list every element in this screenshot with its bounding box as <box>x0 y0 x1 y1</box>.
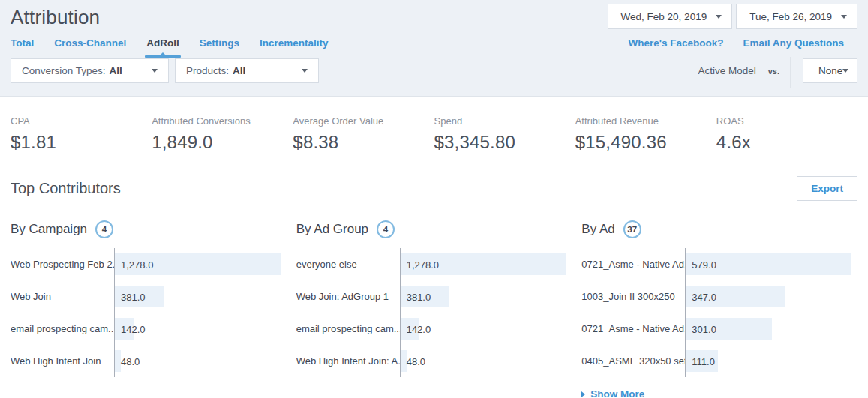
compare-model-value: None <box>818 65 842 76</box>
metric-roas: ROAS4.6x <box>716 115 857 153</box>
contributor-row[interactable]: email prospecting cam...142.0 <box>11 313 287 345</box>
tab-bar: TotalCross-ChannelAdRollSettingsIncremen… <box>11 37 329 58</box>
end-date-picker[interactable]: Tue, Feb 26, 2019 <box>736 4 857 29</box>
row-label: Web Prospecting Feb 2... <box>11 248 114 280</box>
header-link-1[interactable]: Email Any Questions <box>743 37 844 49</box>
tab-cross-channel[interactable]: Cross-Channel <box>54 37 126 58</box>
metric-label: Average Order Value <box>293 115 434 127</box>
column-by-campaign: By Campaign4Web Prospecting Feb 2...1,27… <box>11 211 287 398</box>
metric-value: $8.38 <box>293 132 434 153</box>
start-date-picker[interactable]: Wed, Feb 20, 2019 <box>608 4 733 29</box>
chevron-down-icon <box>302 69 308 73</box>
metric-value: $15,490.36 <box>575 132 716 153</box>
bar-area: 301.0 <box>685 313 851 345</box>
metric-value: 4.6x <box>716 132 857 153</box>
bar-value: 381.0 <box>407 291 431 302</box>
bar-value: 142.0 <box>407 323 431 334</box>
row-label: email prospecting cam... <box>296 313 400 345</box>
contributor-row[interactable]: Web Prospecting Feb 2...1,278.0 <box>11 248 287 280</box>
contributor-row[interactable]: Web Join: AdGroup 1381.0 <box>296 280 572 313</box>
row-label: email prospecting cam... <box>11 313 114 345</box>
triangle-right-icon <box>581 391 585 397</box>
bar-value: 579.0 <box>692 259 716 270</box>
bar-value: 48.0 <box>407 355 425 367</box>
tab-total[interactable]: Total <box>11 37 34 58</box>
metric-label: CPA <box>11 115 152 127</box>
contributor-row[interactable]: Web High Intent Join48.0 <box>11 345 287 377</box>
bar-area: 1,278.0 <box>114 248 281 280</box>
bar-area: 48.0 <box>400 345 566 377</box>
products-label: Products: <box>186 65 229 76</box>
contributor-row[interactable]: everyone else1,278.0 <box>296 248 572 280</box>
row-label: Web High Intent Join <box>11 345 114 377</box>
bar-area: 48.0 <box>114 345 281 377</box>
row-label: Web High Intent Join: A... <box>296 345 400 377</box>
metric-average-order-value: Average Order Value$8.38 <box>293 115 434 153</box>
metric-value: $3,345.80 <box>434 132 575 153</box>
bar-area: 142.0 <box>400 313 566 345</box>
metric-attributed-conversions: Attributed Conversions1,849.0 <box>152 115 293 153</box>
active-model-label: Active Model <box>698 65 755 76</box>
column-title: By Ad Group <box>296 222 368 237</box>
conversion-types-label: Conversion Types: <box>22 65 106 76</box>
contributor-row[interactable]: email prospecting cam...142.0 <box>296 313 572 345</box>
conversion-types-dropdown[interactable]: Conversion Types: All <box>11 58 169 83</box>
contributor-columns: By Campaign4Web Prospecting Feb 2...1,27… <box>11 211 857 398</box>
metric-label: Spend <box>434 115 575 127</box>
metric-spend: Spend$3,345.80 <box>434 115 575 153</box>
contributor-row[interactable]: Web High Intent Join: A...48.0 <box>296 345 572 377</box>
model-compare: Active Model vs. None <box>698 58 857 83</box>
tab-incrementality[interactable]: Incrementality <box>260 37 329 58</box>
bar-area: 111.0 <box>685 345 851 377</box>
contributor-row[interactable]: Web Join381.0 <box>11 280 287 313</box>
metric-label: Attributed Revenue <box>575 115 716 127</box>
header-link-0[interactable]: Where's Facebook? <box>628 37 723 49</box>
column-title: By Campaign <box>11 222 87 237</box>
page-title: Attribution <box>11 4 100 29</box>
tab-adroll[interactable]: AdRoll <box>146 37 179 58</box>
vertical-divider <box>790 57 791 88</box>
row-label: everyone else <box>296 248 400 280</box>
metric-label: ROAS <box>716 115 857 127</box>
bar-value: 1,278.0 <box>121 259 153 270</box>
products-value: All <box>233 65 245 76</box>
count-badge: 4 <box>95 220 113 238</box>
bar-value: 1,278.0 <box>407 259 439 270</box>
conversion-types-value: All <box>110 65 122 76</box>
bar-value: 48.0 <box>121 355 140 367</box>
show-more-link[interactable]: Show More <box>581 388 644 398</box>
row-label: Web Join: AdGroup 1 <box>296 280 400 313</box>
end-date-value: Tue, Feb 26, 2019 <box>749 11 832 22</box>
bar-value: 381.0 <box>121 291 146 302</box>
bar-area: 347.0 <box>685 280 851 313</box>
summary-metrics: CPA$1.81Attributed Conversions1,849.0Ave… <box>0 97 868 153</box>
bar-value: 142.0 <box>121 323 146 334</box>
contributor-row[interactable]: 0405_ASME 320x50 set...111.0 <box>581 345 857 377</box>
export-button[interactable]: Export <box>797 176 857 201</box>
metric-value: 1,849.0 <box>152 132 293 153</box>
tab-settings[interactable]: Settings <box>200 37 239 58</box>
metric-value: $1.81 <box>11 132 152 153</box>
row-label: 0405_ASME 320x50 set... <box>581 345 685 377</box>
bar-value: 347.0 <box>692 291 716 302</box>
filter-bar: Conversion Types: All Products: All Acti… <box>0 58 868 97</box>
contributor-row[interactable]: 1003_Join II 300x250347.0 <box>581 280 857 313</box>
contributor-row[interactable]: 0721_Asme - Native Ad...579.0 <box>581 248 857 280</box>
bar-area: 579.0 <box>685 248 851 280</box>
page-header: Attribution Wed, Feb 20, 2019 Tue, Feb 2… <box>0 0 868 58</box>
compare-model-dropdown[interactable]: None <box>803 58 857 83</box>
contributor-row[interactable]: 0721_Asme - Native Ad...301.0 <box>581 313 857 345</box>
column-title: By Ad <box>581 222 614 237</box>
products-dropdown[interactable]: Products: All <box>175 58 319 83</box>
metric-attributed-revenue: Attributed Revenue$15,490.36 <box>575 115 716 153</box>
show-more-label: Show More <box>590 388 644 398</box>
row-label: 0721_Asme - Native Ad... <box>581 248 685 280</box>
start-date-value: Wed, Feb 20, 2019 <box>621 11 707 22</box>
row-label: Web Join <box>11 280 114 313</box>
date-range-pickers: Wed, Feb 20, 2019 Tue, Feb 26, 2019 <box>608 4 857 29</box>
count-badge: 4 <box>377 220 395 238</box>
column-by-ad-group: By Ad Group4everyone else1,278.0Web Join… <box>287 211 572 398</box>
count-badge: 37 <box>623 220 641 238</box>
bar-value: 111.0 <box>692 355 715 367</box>
bar-area: 381.0 <box>114 280 281 313</box>
